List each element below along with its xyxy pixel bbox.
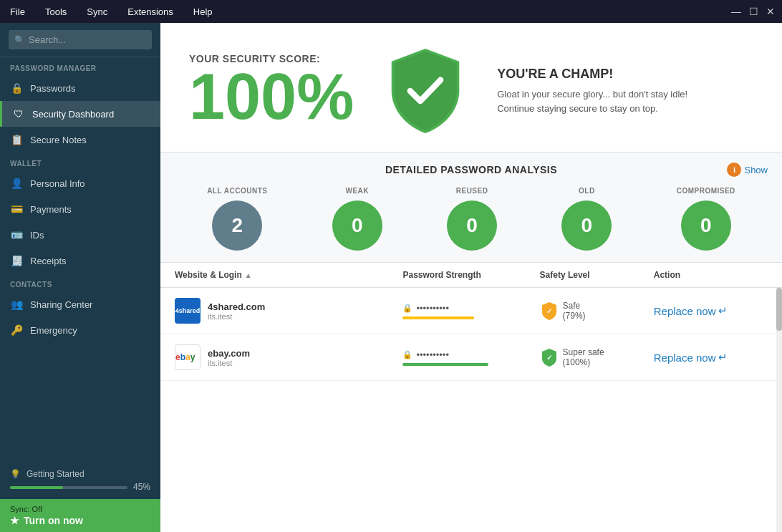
emergency-icon: 🔑: [10, 324, 23, 337]
maximize-button[interactable]: ☐: [748, 6, 759, 17]
menu-sync[interactable]: Sync: [82, 5, 112, 19]
close-button[interactable]: ✕: [765, 6, 776, 17]
card-icon: 💳: [10, 203, 23, 216]
getting-started-progress: [10, 486, 63, 489]
svg-text:✓: ✓: [546, 354, 552, 362]
replace-label-4shared: Replace now: [654, 305, 716, 317]
shield-area: [382, 44, 468, 137]
safety-cell-ebay: ✓ Super safe (100%): [540, 347, 654, 367]
notes-icon: 📋: [10, 133, 23, 146]
getting-started-pct: 45%: [133, 482, 150, 492]
sidebar-item-personal-info[interactable]: 👤 Personal Info: [0, 170, 160, 196]
sync-status: Sync: Off: [10, 505, 150, 513]
svg-text:ebay: ebay: [175, 352, 196, 362]
sidebar-label-receipts: Receipts: [30, 256, 67, 266]
menu-help[interactable]: Help: [189, 5, 217, 19]
arrow-icon: ↵: [718, 351, 728, 364]
sync-cta-label: Turn on now: [24, 515, 83, 526]
menu-bar: File Tools Sync Extensions Help: [6, 5, 217, 19]
stat-label-all: ALL ACCOUNTS: [207, 187, 267, 195]
stat-label-compromised: COMPROMISED: [677, 187, 735, 195]
action-replace-ebay[interactable]: Replace now ↵: [654, 351, 768, 364]
person-icon: 👤: [10, 177, 23, 190]
sidebar-item-emergency[interactable]: 🔑 Emergency: [0, 317, 160, 343]
scrollbar-track[interactable]: [776, 288, 782, 532]
stats-row: ALL ACCOUNTS 2 WEAK 0 REUSED 0 OLD 0 COM…: [160, 175, 782, 262]
sidebar-item-passwords[interactable]: 🔒 Passwords: [0, 75, 160, 101]
sidebar-item-ids[interactable]: 🪪 IDs: [0, 222, 160, 248]
password-dots-ebay: ••••••••••: [416, 349, 449, 360]
analysis-header: DETAILED PASSWORD ANALYSIS i Show: [160, 153, 782, 175]
replace-label-ebay: Replace now: [654, 352, 716, 364]
sidebar-item-receipts[interactable]: 🧾 Receipts: [0, 248, 160, 274]
menu-file[interactable]: File: [6, 5, 29, 19]
sync-bar[interactable]: Sync: Off ★ Turn on now: [0, 499, 160, 532]
sidebar: 🔍 PASSWORD MANAGER 🔒 Passwords 🛡 Securit…: [0, 23, 160, 532]
show-button[interactable]: i Show: [727, 163, 768, 177]
svg-text:✓: ✓: [546, 307, 552, 315]
safety-label-4shared: Safe: [563, 301, 586, 311]
safety-badge-ebay: ✓: [540, 347, 559, 367]
receipt-icon: 🧾: [10, 254, 23, 267]
sharing-icon: 👥: [10, 298, 23, 311]
site-user-4shared: its.itest: [208, 312, 265, 321]
sidebar-label-personal-info: Personal Info: [30, 178, 85, 189]
table-body: 4shared 4shared.com its.itest 🔒 ••••••••…: [160, 288, 782, 532]
section-label-password-manager: PASSWORD MANAGER: [0, 57, 160, 75]
getting-started: 💡 Getting Started 45%: [0, 462, 160, 499]
table-header: Website & Login ▲ Password Strength Safe…: [160, 262, 782, 288]
stat-circle-all: 2: [212, 200, 262, 251]
col-header-strength: Password Strength: [402, 270, 539, 280]
site-name-ebay: ebay.com: [208, 348, 250, 359]
safety-pct-4shared: (79%): [563, 311, 586, 321]
stat-reused: REUSED 0: [447, 187, 497, 251]
shield-icon: [382, 44, 468, 137]
lock-icon: 🔒: [402, 350, 412, 359]
stat-circle-reused: 0: [447, 200, 497, 251]
safety-label-ebay: Super safe: [563, 347, 604, 357]
sidebar-label-ids: IDs: [30, 230, 44, 241]
menu-extensions[interactable]: Extensions: [123, 5, 178, 19]
main-content: YOUR SECURITY SCORE: 100% YOU'RE A CHAMP…: [160, 23, 782, 532]
getting-started-label: Getting Started: [26, 469, 85, 479]
sidebar-label-secure-notes: Secure Notes: [30, 135, 87, 145]
favicon-4shared: 4shared: [175, 298, 201, 324]
search-input[interactable]: [9, 30, 152, 49]
sidebar-label-security-dashboard: Security Dashboard: [32, 109, 114, 120]
password-table: Website & Login ▲ Password Strength Safe…: [160, 262, 782, 532]
stat-circle-compromised: 0: [681, 200, 731, 251]
minimize-button[interactable]: —: [730, 6, 742, 17]
site-cell-ebay: ebay ebay.com its.itest: [175, 344, 402, 370]
lock-icon: 🔒: [10, 82, 23, 95]
stat-label-weak: WEAK: [346, 187, 370, 195]
lightbulb-icon: 💡: [10, 469, 21, 479]
sidebar-item-payments[interactable]: 💳 Payments: [0, 196, 160, 222]
password-cell-4shared: 🔒 ••••••••••: [402, 303, 539, 319]
show-label: Show: [744, 165, 768, 175]
shield-icon: 🛡: [12, 107, 25, 120]
section-label-contacts: CONTACTS: [0, 274, 160, 291]
arrow-icon: ↵: [718, 304, 728, 317]
action-replace-4shared[interactable]: Replace now ↵: [654, 304, 768, 317]
analysis-title: DETAILED PASSWORD ANALYSIS: [385, 164, 557, 175]
strength-bar-ebay: [402, 363, 488, 366]
search-bar: 🔍: [0, 23, 160, 57]
scrollbar-thumb[interactable]: [776, 288, 782, 331]
site-name-4shared: 4shared.com: [208, 301, 265, 312]
menu-tools[interactable]: Tools: [41, 5, 71, 19]
sidebar-item-sharing-center[interactable]: 👥 Sharing Center: [0, 291, 160, 317]
col-header-website: Website & Login ▲: [175, 270, 402, 280]
sidebar-label-passwords: Passwords: [30, 83, 76, 94]
champ-title: YOU'RE A CHAMP!: [497, 67, 712, 82]
analysis-section: DETAILED PASSWORD ANALYSIS i Show ALL AC…: [160, 153, 782, 532]
sidebar-item-secure-notes[interactable]: 📋 Secure Notes: [0, 127, 160, 153]
score-value: 100%: [189, 64, 354, 129]
sidebar-label-payments: Payments: [30, 204, 72, 215]
safety-pct-ebay: (100%): [563, 357, 604, 367]
col-header-action: Action: [654, 270, 768, 280]
sidebar-label-emergency: Emergency: [30, 325, 77, 336]
favicon-ebay: ebay: [175, 344, 201, 370]
sidebar-item-security-dashboard[interactable]: 🛡 Security Dashboard: [0, 101, 160, 127]
table-row: ebay ebay.com its.itest 🔒: [160, 334, 782, 381]
sync-cta[interactable]: ★ Turn on now: [10, 515, 150, 526]
